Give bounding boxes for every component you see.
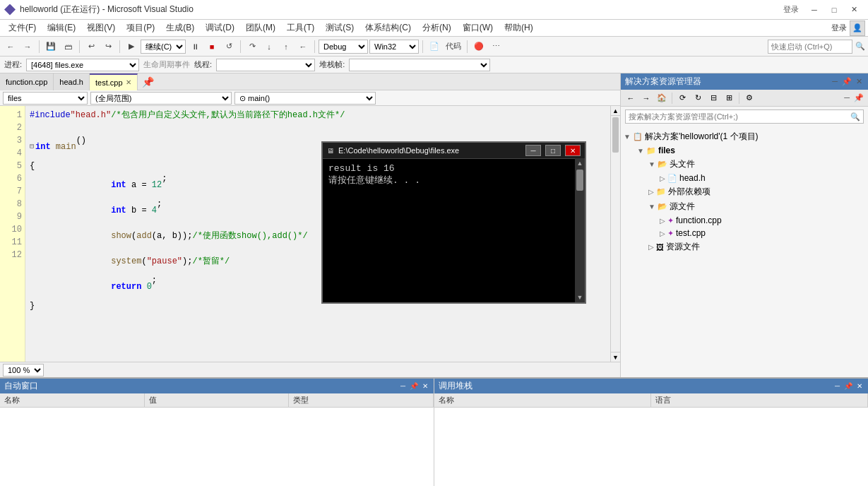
solution-search-input[interactable] — [629, 112, 850, 121]
platform-dropdown[interactable]: Win32 — [369, 40, 419, 54]
editor-scrollbar[interactable]: ▲ ▼ — [610, 106, 620, 362]
se-back-btn[interactable]: ← — [624, 91, 638, 105]
auto-window-close[interactable]: ✕ — [421, 382, 429, 390]
function-dropdown[interactable]: ⊙ main() — [234, 92, 376, 105]
undo-btn[interactable]: ↩ — [83, 39, 99, 54]
breakpoint-btn[interactable]: 🔴 — [471, 39, 487, 54]
se-expand-btn[interactable]: ⊞ — [722, 91, 736, 105]
scroll-thumb[interactable] — [612, 117, 619, 153]
scroll-up-btn[interactable]: ▲ — [611, 106, 620, 116]
menu-analyze[interactable]: 分析(N) — [417, 20, 457, 35]
stack-dropdown[interactable] — [349, 59, 490, 71]
external-deps-node[interactable]: ▷ 📁 外部依赖项 — [621, 184, 868, 199]
tab-test-cpp[interactable]: test.cpp ✕ — [90, 73, 138, 90]
head-h-node[interactable]: ▷ 📄 head.h — [621, 172, 868, 184]
restore-button[interactable]: □ — [824, 0, 844, 20]
debug-mode-dropdown[interactable]: Debug — [319, 40, 368, 54]
tab-pin-icon[interactable]: 📌 — [138, 76, 158, 88]
close-button[interactable]: ✕ — [844, 0, 864, 20]
callstack-close[interactable]: ✕ — [855, 382, 864, 390]
zoom-dropdown[interactable]: 100 % — [3, 364, 44, 377]
panel-dock-btn[interactable]: 📌 — [840, 77, 853, 86]
console-restore-btn[interactable]: □ — [545, 145, 561, 156]
code-label: 代码 — [444, 41, 463, 52]
callstack-controls: ─ 📌 ✕ — [833, 382, 864, 390]
se-sync-btn[interactable]: ⟳ — [675, 91, 689, 105]
solution-explorer-title: 解决方案资源管理器 — [625, 76, 701, 88]
se-collapse-btn[interactable]: ⊟ — [706, 91, 720, 105]
redo-btn[interactable]: ↪ — [100, 39, 116, 54]
panel-float-btn[interactable]: ─ — [831, 77, 839, 86]
console-scrollbar[interactable]: ▲ ▼ — [575, 158, 585, 302]
pause-btn[interactable]: ⏸ — [187, 39, 203, 54]
code-view-btn[interactable]: 📄 — [427, 39, 442, 54]
se-home-btn[interactable]: 🏠 — [655, 91, 669, 105]
auto-window-pin[interactable]: 📌 — [408, 382, 420, 390]
se-refresh-btn[interactable]: ↻ — [691, 91, 705, 105]
continue-icon[interactable]: ▶ — [124, 39, 139, 54]
panel-close-btn[interactable]: ✕ — [855, 77, 864, 86]
scope-label-dropdown[interactable]: (全局范围) — [90, 92, 232, 105]
console-scroll-down[interactable]: ▼ — [575, 292, 585, 302]
menu-view[interactable]: 视图(V) — [81, 20, 121, 35]
se-pin-controls: ─ 📌 — [843, 93, 865, 102]
stop-btn[interactable]: ■ — [204, 39, 220, 54]
menu-team[interactable]: 团队(M) — [240, 20, 281, 35]
menu-edit[interactable]: 编辑(E) — [42, 20, 81, 35]
se-settings-btn[interactable]: ⚙ — [742, 91, 756, 105]
step-out[interactable]: ↑ — [278, 39, 294, 54]
restart-btn[interactable]: ↺ — [221, 39, 237, 54]
source-files-node[interactable]: ▼ 📂 源文件 — [621, 199, 868, 214]
menu-window[interactable]: 窗口(W) — [457, 20, 499, 35]
se-pin-btn[interactable]: 📌 — [852, 93, 865, 102]
callstack-col-name: 名称 — [434, 393, 651, 407]
test-cpp-node[interactable]: ▷ ✦ test.cpp — [621, 227, 868, 239]
scope-dropdown[interactable]: files — [3, 92, 88, 105]
lifecycle-link[interactable]: 生命周期事件 — [143, 59, 190, 70]
save-all-btn[interactable]: 🗃 — [60, 39, 76, 54]
login-label[interactable]: 登录 — [831, 23, 847, 33]
continue-dropdown[interactable]: 继续(C) — [141, 40, 186, 54]
menu-debug[interactable]: 调试(D) — [200, 20, 240, 35]
callstack-pin[interactable]: 📌 — [843, 382, 854, 390]
callstack-float[interactable]: ─ — [833, 382, 841, 390]
se-undock-btn[interactable]: ─ — [843, 93, 851, 102]
tab-function-cpp[interactable]: function.cpp — [0, 73, 54, 90]
auto-window-panel: 自动窗口 ─ 📌 ✕ 名称 值 类型 — [0, 379, 434, 486]
forward-btn[interactable]: → — [20, 39, 35, 54]
console-scroll-thumb[interactable] — [576, 170, 583, 191]
console-close-btn[interactable]: ✕ — [565, 145, 581, 156]
menu-arch[interactable]: 体系结构(C) — [359, 20, 417, 35]
user-icon[interactable]: 👤 — [850, 20, 865, 36]
back-btn[interactable]: ← — [3, 39, 18, 54]
resource-files-node[interactable]: ▷ 🖼 资源文件 — [621, 239, 868, 254]
menu-file[interactable]: 文件(F) — [3, 20, 42, 35]
menu-test[interactable]: 测试(S) — [320, 20, 359, 35]
tab-test-cpp-close[interactable]: ✕ — [126, 78, 131, 86]
auto-window-float[interactable]: ─ — [399, 382, 407, 390]
save-btn[interactable]: 💾 — [43, 39, 59, 54]
console-scroll-up[interactable]: ▲ — [575, 158, 585, 168]
tab-head-h[interactable]: head.h — [54, 73, 90, 90]
menu-help[interactable]: 帮助(H) — [499, 20, 539, 35]
step-into[interactable]: ↓ — [261, 39, 277, 54]
login-button[interactable]: 登录 — [783, 4, 799, 15]
step-over[interactable]: ↷ — [244, 39, 260, 54]
more-btn[interactable]: ⋯ — [488, 39, 504, 54]
minimize-button[interactable]: ─ — [804, 0, 824, 20]
solution-node[interactable]: ▼ 📋 解决方案'helloworld'(1 个项目) — [621, 129, 868, 144]
title-bar-controls: ─ □ ✕ — [804, 0, 864, 20]
se-forward-btn[interactable]: → — [639, 91, 653, 105]
thread-dropdown[interactable] — [216, 59, 315, 71]
header-files-node[interactable]: ▼ 📂 头文件 — [621, 157, 868, 172]
step-back[interactable]: ← — [295, 39, 311, 54]
function-cpp-node[interactable]: ▷ ✦ function.cpp — [621, 214, 868, 227]
process-dropdown[interactable]: [4648] files.exe — [26, 59, 139, 71]
quick-launch-input[interactable] — [768, 40, 852, 54]
console-minimize-btn[interactable]: ─ — [525, 145, 541, 156]
menu-build[interactable]: 生成(B) — [160, 20, 200, 35]
menu-project[interactable]: 项目(P) — [121, 20, 160, 35]
menu-tools[interactable]: 工具(T) — [281, 20, 320, 35]
scroll-down-btn[interactable]: ▼ — [611, 352, 620, 362]
project-files-node[interactable]: ▼ 📁 files — [621, 144, 868, 157]
